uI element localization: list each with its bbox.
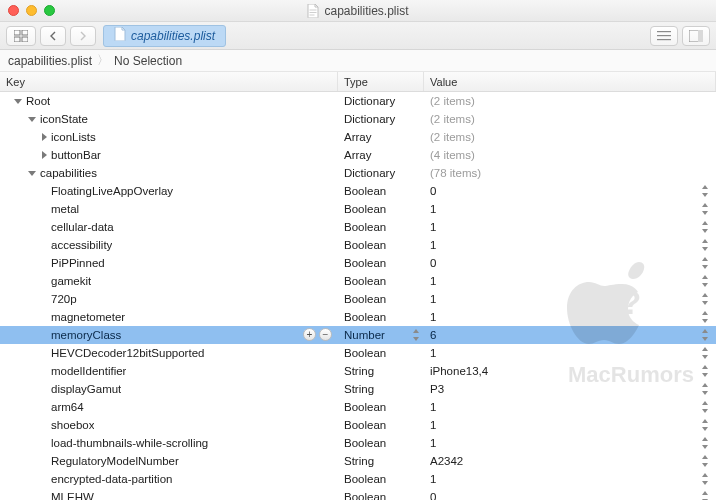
key-cell[interactable]: modelIdentifier	[0, 362, 338, 380]
value-cell[interactable]: 1	[424, 290, 716, 308]
close-window-button[interactable]	[8, 5, 19, 16]
inspector-toggle-button[interactable]	[682, 26, 710, 46]
key-cell[interactable]: FloatingLiveAppOverlay	[0, 182, 338, 200]
column-header-type[interactable]: Type	[338, 72, 424, 91]
outline-row[interactable]: MLEHWBoolean0	[0, 488, 716, 500]
value-cell[interactable]: A2342	[424, 452, 716, 470]
value-cell[interactable]: 1	[424, 416, 716, 434]
type-cell[interactable]: Boolean	[338, 470, 424, 488]
minimize-window-button[interactable]	[26, 5, 37, 16]
outline-row[interactable]: cellular-dataBoolean1	[0, 218, 716, 236]
related-items-button[interactable]	[6, 26, 36, 46]
value-cell[interactable]: iPhone13,4	[424, 362, 716, 380]
type-cell[interactable]: Dictionary	[338, 110, 424, 128]
type-cell[interactable]: String	[338, 452, 424, 470]
value-cell[interactable]: (78 items)	[424, 164, 716, 182]
value-cell[interactable]: 1	[424, 434, 716, 452]
value-stepper-icon[interactable]	[700, 202, 710, 216]
key-cell[interactable]: arm64	[0, 398, 338, 416]
outline-row[interactable]: shoeboxBoolean1	[0, 416, 716, 434]
value-stepper-icon[interactable]	[700, 364, 710, 378]
disclosure-triangle-icon[interactable]	[42, 133, 47, 141]
type-cell[interactable]: Boolean	[338, 416, 424, 434]
value-cell[interactable]: 1	[424, 200, 716, 218]
type-cell[interactable]: Boolean	[338, 182, 424, 200]
type-cell[interactable]: Dictionary	[338, 164, 424, 182]
key-cell[interactable]: load-thumbnails-while-scrolling	[0, 434, 338, 452]
value-stepper-icon[interactable]	[700, 274, 710, 288]
disclosure-triangle-icon[interactable]	[14, 99, 22, 104]
value-stepper-icon[interactable]	[700, 184, 710, 198]
type-cell[interactable]: Dictionary	[338, 92, 424, 110]
type-cell[interactable]: Boolean	[338, 218, 424, 236]
value-stepper-icon[interactable]	[700, 310, 710, 324]
value-cell[interactable]: 1	[424, 308, 716, 326]
type-cell[interactable]: Number	[338, 326, 424, 344]
breadcrumb-file[interactable]: capabilities.plist	[8, 54, 92, 68]
type-cell[interactable]: Boolean	[338, 308, 424, 326]
key-cell[interactable]: MLEHW	[0, 488, 338, 500]
type-cell[interactable]: Boolean	[338, 488, 424, 500]
key-cell[interactable]: HEVCDecoder12bitSupported	[0, 344, 338, 362]
outline-row[interactable]: 720pBoolean1	[0, 290, 716, 308]
outline-row[interactable]: RootDictionary(2 items)	[0, 92, 716, 110]
outline-row[interactable]: RegulatoryModelNumberStringA2342	[0, 452, 716, 470]
outline-row[interactable]: load-thumbnails-while-scrollingBoolean1	[0, 434, 716, 452]
value-cell[interactable]: 1	[424, 344, 716, 362]
value-cell[interactable]: 1	[424, 272, 716, 290]
value-cell[interactable]: 0	[424, 488, 716, 500]
outline-body[interactable]: RootDictionary(2 items)iconStateDictiona…	[0, 92, 716, 500]
value-stepper-icon[interactable]	[700, 418, 710, 432]
type-stepper-icon[interactable]	[412, 329, 420, 341]
type-cell[interactable]: String	[338, 380, 424, 398]
type-cell[interactable]: String	[338, 362, 424, 380]
key-cell[interactable]: shoebox	[0, 416, 338, 434]
outline-row[interactable]: encrypted-data-partitionBoolean1	[0, 470, 716, 488]
zoom-window-button[interactable]	[44, 5, 55, 16]
list-view-button[interactable]	[650, 26, 678, 46]
type-cell[interactable]: Boolean	[338, 200, 424, 218]
disclosure-triangle-icon[interactable]	[42, 151, 47, 159]
column-header-value[interactable]: Value	[424, 72, 716, 91]
key-cell[interactable]: PiPPinned	[0, 254, 338, 272]
value-cell[interactable]: 0	[424, 182, 716, 200]
value-cell[interactable]: (2 items)	[424, 110, 716, 128]
value-stepper-icon[interactable]	[700, 346, 710, 360]
value-cell[interactable]: (2 items)	[424, 128, 716, 146]
column-header-key[interactable]: Key	[0, 72, 338, 91]
key-cell[interactable]: iconLists	[0, 128, 338, 146]
type-cell[interactable]: Array	[338, 128, 424, 146]
value-stepper-icon[interactable]	[700, 292, 710, 306]
outline-row[interactable]: magnetometerBoolean1	[0, 308, 716, 326]
key-cell[interactable]: RegulatoryModelNumber	[0, 452, 338, 470]
type-cell[interactable]: Boolean	[338, 398, 424, 416]
outline-row[interactable]: buttonBarArray(4 items)	[0, 146, 716, 164]
add-row-button[interactable]: +	[303, 328, 316, 341]
value-cell[interactable]: 6	[424, 326, 716, 344]
type-cell[interactable]: Boolean	[338, 290, 424, 308]
value-stepper-icon[interactable]	[700, 436, 710, 450]
outline-row[interactable]: accessibilityBoolean1	[0, 236, 716, 254]
outline-row[interactable]: HEVCDecoder12bitSupportedBoolean1	[0, 344, 716, 362]
value-stepper-icon[interactable]	[700, 328, 710, 342]
outline-row[interactable]: gamekitBoolean1	[0, 272, 716, 290]
outline-row[interactable]: FloatingLiveAppOverlayBoolean0	[0, 182, 716, 200]
key-cell[interactable]: cellular-data	[0, 218, 338, 236]
outline-row[interactable]: iconListsArray(2 items)	[0, 128, 716, 146]
outline-row[interactable]: memoryClass+−Number6	[0, 326, 716, 344]
disclosure-triangle-icon[interactable]	[28, 171, 36, 176]
forward-button[interactable]	[70, 26, 96, 46]
type-cell[interactable]: Boolean	[338, 344, 424, 362]
type-cell[interactable]: Boolean	[338, 254, 424, 272]
value-cell[interactable]: (2 items)	[424, 92, 716, 110]
key-cell[interactable]: memoryClass+−	[0, 326, 338, 344]
value-cell[interactable]: 1	[424, 398, 716, 416]
type-cell[interactable]: Boolean	[338, 272, 424, 290]
key-cell[interactable]: 720p	[0, 290, 338, 308]
value-stepper-icon[interactable]	[700, 472, 710, 486]
type-cell[interactable]: Boolean	[338, 236, 424, 254]
type-cell[interactable]: Boolean	[338, 434, 424, 452]
value-cell[interactable]: 1	[424, 218, 716, 236]
key-cell[interactable]: iconState	[0, 110, 338, 128]
value-cell[interactable]: P3	[424, 380, 716, 398]
